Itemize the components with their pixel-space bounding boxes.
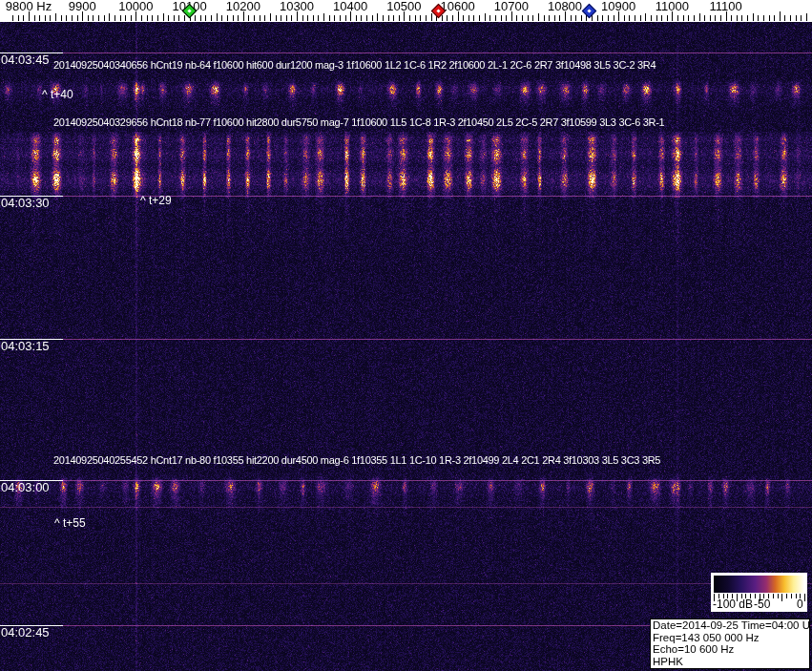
detection-annotation: 20140925040329656 hCnt18 nb-77 f10600 hi… [53,116,664,129]
freq-tick-label: 10500 [386,0,421,12]
colorbar-label-min: -100 dB [713,598,753,611]
freq-tick-label: 11100 [709,0,741,12]
echo-time-marker: ^ t+29 [140,195,172,207]
info-date-time: Date=2014-09-25 Time=04:00 UTC [653,619,807,632]
freq-tick-label: 9900 [69,0,96,12]
frequency-ruler[interactable]: 9800 Hz990010000101001020010300104001050… [0,0,812,22]
freq-tick-label: 11000 [656,0,689,12]
freq-tick-label: 10400 [333,0,367,12]
spectrogram-display[interactable] [0,0,812,671]
spectrogram-window: 9800 Hz990010000101001020010300104001050… [0,0,812,671]
info-box: Date=2014-09-25 Time=04:00 UTC Freq=143 … [650,619,810,669]
freq-tick-label: 10200 [226,0,260,12]
detection-annotation: 20140925040255452 hCnt17 nb-80 f10355 hi… [53,454,660,467]
freq-tick-label: 9800 Hz [6,0,52,12]
detection-annotation: 20140925040340656 hCnt19 nb-64 f10600 hi… [53,59,656,72]
info-station: HPHK [653,656,807,668]
time-axis-label: 04:03:15 [0,339,63,353]
freq-tick-label: 10800 [548,0,582,12]
info-echo: Echo=10 600 Hz [653,643,807,656]
marker-center-dot [587,9,591,12]
colorbar-label-max: 0 [797,598,803,611]
freq-tick-label: 10300 [280,0,314,12]
info-frequency: Freq=143 050 000 Hz [653,632,807,644]
time-axis-label: 04:03:30 [0,196,63,210]
echo-time-marker: ^ t+55 [54,517,86,530]
time-axis-label: 04:03:00 [0,480,63,494]
freq-tick-label: 10900 [601,0,635,12]
freq-tick-label: 10700 [494,0,529,12]
echo-time-marker: ^ t+40 [42,89,73,101]
colorbar-label-mid: -50 [754,598,770,611]
time-axis-label: 04:02:45 [0,625,63,640]
marker-center-dot [437,9,441,12]
marker-center-dot [187,9,191,12]
freq-tick-label: 10000 [118,0,153,12]
